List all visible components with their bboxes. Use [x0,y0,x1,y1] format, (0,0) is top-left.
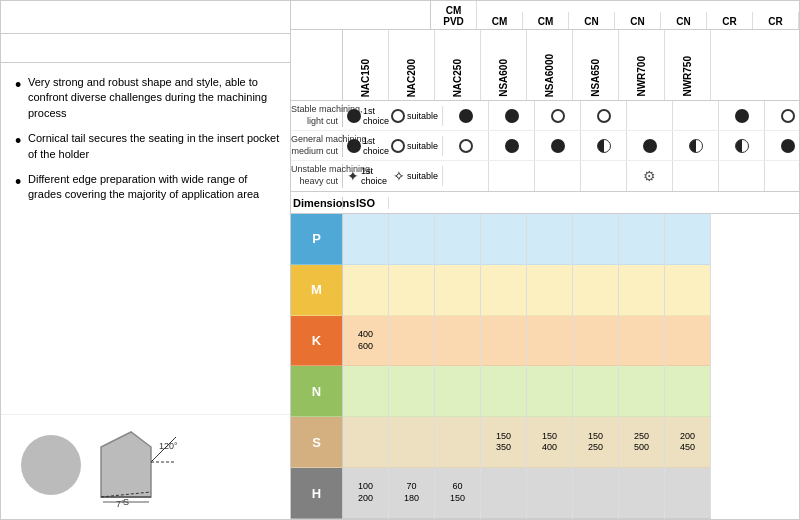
grade-data-cell [665,214,710,265]
grade-data-cell: 60 150 [435,468,480,519]
machining-choice: 1st choice suitable [343,136,443,156]
iso-band-label: P [291,214,342,265]
left-panel: •Very strong and robust shape and style,… [1,1,291,519]
grade-dot-cell [673,101,719,130]
grade-data-col: 150 250 [573,214,619,519]
grade-dot-cell [489,161,535,191]
grade-data-cell [527,316,572,367]
grade-dot-cell [765,161,799,191]
header-section: CM PVDCMCMCNCNCNCRCR [291,1,799,30]
suitable-text: suitable [407,141,438,151]
dimensions-iso: ISO [343,197,389,209]
bullet-item: •Cornical tail secures the seating in th… [15,131,280,162]
dot-filled [505,139,519,153]
grade-data-cell [573,468,618,519]
col-group-label: CN [661,12,707,29]
grade-data-cell [573,316,618,367]
right-panel: CM PVDCMCMCNCNCNCRCR NAC150NAC200NAC250N… [291,1,799,519]
grade-name-label: NAC250 [452,59,463,97]
grade-data-cell [435,265,480,316]
grade-dot-cell [719,131,765,160]
grade-data-cell [343,417,388,468]
bullet-item: •Different edge preparation with wide ra… [15,172,280,203]
bullet-list: •Very strong and robust shape and style,… [1,63,290,414]
dot-half [689,139,703,153]
choice-text: 1st choice [361,166,391,186]
circle-diagram [21,435,81,495]
grade-name-label: NAC150 [360,59,371,97]
grade-data-col: 70 180 [389,214,435,519]
grade-header-cell: NSA6000 [527,30,573,100]
grade-data-cell [619,366,664,417]
grade-data-cell [619,468,664,519]
rc-title [1,1,290,34]
grade-data-cell [389,214,434,265]
grade-spacer [291,30,343,100]
grade-dot-cell [673,161,719,191]
grade-data-cell [481,265,526,316]
grade-data-cell [665,265,710,316]
grade-dot-cell [627,101,673,130]
grade-dot-cell [673,131,719,160]
grade-data-col: 200 450 [665,214,711,519]
dot-filled [551,139,565,153]
grade-dot-cell [489,131,535,160]
grade-dot-cell [535,161,581,191]
iso-band-label: S [291,417,342,468]
grade-data-cell [619,316,664,367]
grade-data-col: 60 150 [435,214,481,519]
diagram-area: 120° 7° S [1,414,290,519]
grade-data-cell [573,366,618,417]
grade-dot-cell [627,131,673,160]
dimensions-row: Dimensions ISO [291,192,799,214]
choice-text: 1st choice [363,106,389,126]
iso-band-label: H [291,468,342,519]
col-group-label: CN [615,12,661,29]
grade-header-cell: NAC250 [435,30,481,100]
grade-data-cell: 150 400 [527,417,572,468]
insert-svg: 120° 7° S [91,427,181,507]
iso-band-label: N [291,366,342,417]
grade-name-label: NWR700 [636,56,647,97]
col-group-headers: CM PVDCMCMCNCNCNCRCR [430,1,799,29]
bullet-text: Cornical tail secures the seating in the… [28,131,280,162]
grade-name-label: NSA6000 [544,54,555,97]
grade-data-cell [343,214,388,265]
grade-dot-cell [535,101,581,130]
machining-choice: 1st choice suitable [343,106,443,126]
grade-header-cell: NWR750 [665,30,711,100]
machining-label: Unstable machining, heavy cut [291,164,343,187]
grade-data-cell [389,366,434,417]
grade-dot-cell: ⚙ [627,161,673,191]
grade-data-cell [435,366,480,417]
svg-text:S: S [123,497,129,507]
grade-data-cell [435,214,480,265]
grade-header-cell: NAC200 [389,30,435,100]
bullet-text: Very strong and robust shape and style, … [28,75,280,121]
iso-band-label: M [291,265,342,316]
insert-diagram: 120° 7° S [91,427,181,507]
grade-data-cell: 250 500 [619,417,664,468]
grade-dot-cell [443,131,489,160]
bullet-dot: • [15,75,23,97]
dot-filled [735,109,749,123]
dot-half [735,139,749,153]
col-group-label: CN [569,12,615,29]
grade-data-cell: 400 600 [343,316,388,367]
main-container: •Very strong and robust shape and style,… [0,0,800,520]
dot-filled [459,109,473,123]
svg-marker-0 [101,432,151,497]
grade-data-cell [343,265,388,316]
col-group-label: CR [707,12,753,29]
machining-row: Unstable machining, heavy cut✦ 1st choic… [291,161,799,191]
grade-name-label: NSA650 [590,59,601,97]
grade-name-label: NWR750 [682,56,693,97]
grade-data-cell [343,366,388,417]
iso-band-label: K [291,316,342,367]
bullet-dot: • [15,131,23,153]
grade-data-cell [527,366,572,417]
iso-title [1,34,290,63]
grade-dot-cell [765,131,799,160]
dot-outline [781,109,795,123]
grade-data-cell [435,316,480,367]
